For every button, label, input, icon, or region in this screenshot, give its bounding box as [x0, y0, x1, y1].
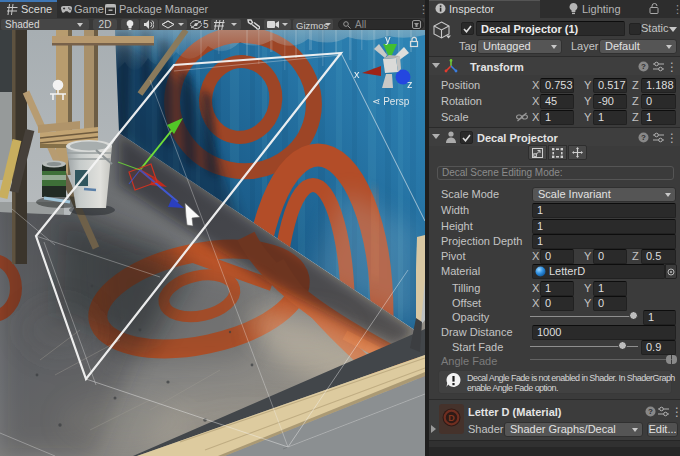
svg-text:?: ?	[641, 62, 646, 71]
svg-text:?: ?	[648, 407, 653, 416]
svg-text:?: ?	[641, 133, 646, 142]
svg-text:D: D	[448, 413, 455, 423]
svg-text:y: y	[385, 33, 391, 45]
svg-text:z: z	[407, 78, 413, 90]
svg-text:⋖ Persp: ⋖ Persp	[372, 96, 410, 107]
svg-text:x: x	[354, 68, 360, 80]
